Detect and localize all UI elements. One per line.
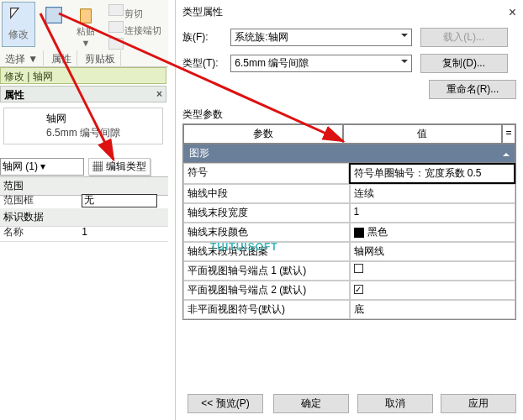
- close-icon[interactable]: ×: [156, 88, 162, 100]
- param-name: 平面视图轴号端点 2 (默认): [183, 281, 350, 300]
- copy-label: 连接端切: [124, 25, 161, 35]
- param-value[interactable]: 底: [350, 300, 516, 319]
- range-label: 范围框: [3, 193, 79, 207]
- param-name: 符号: [183, 163, 349, 184]
- type-value: 6.5mm 编号间隙: [235, 57, 309, 69]
- dialog-footer: << 预览(P) 确定 取消 应用: [182, 394, 516, 413]
- group-id-label: 标识数据: [3, 211, 44, 223]
- select-group[interactable]: 选择 ▼: [0, 50, 44, 68]
- param-name: 轴线末段宽度: [183, 203, 350, 223]
- match-icon[interactable]: [108, 38, 124, 50]
- param-value[interactable]: [350, 281, 516, 300]
- name-value: 1: [82, 226, 87, 238]
- modify-label: 修改: [8, 29, 29, 40]
- family-select[interactable]: 系统族:轴网: [230, 29, 412, 46]
- ribbon: 修改 粘贴 ▼ 剪切 连接端切 选择 ▼ 属性 剪贴板: [0, 0, 168, 67]
- table-row[interactable]: 轴线末段颜色黑色: [183, 223, 515, 242]
- param-name: 非平面视图符号(默认): [183, 300, 350, 319]
- cancel-button[interactable]: 取消: [357, 394, 433, 413]
- rename-row: 重命名(R)...: [176, 76, 523, 102]
- cut-label: 剪切: [124, 8, 143, 18]
- props-group: 属性: [46, 50, 77, 68]
- apply-button[interactable]: 应用: [441, 394, 516, 413]
- param-value[interactable]: 轴网线: [350, 242, 516, 261]
- group-range-label: 范围: [3, 180, 24, 192]
- param-value[interactable]: 黑色: [350, 223, 516, 242]
- paste-tool[interactable]: 粘贴 ▼: [69, 5, 103, 50]
- category-graphics[interactable]: 图形: [183, 144, 515, 163]
- type-row: 类型(T): 6.5mm 编号间隙 复制(D)...: [176, 50, 523, 76]
- ribbon-footer: 选择 ▼ 属性 剪贴板: [0, 50, 168, 68]
- type-label: 类型(T):: [182, 56, 228, 71]
- type-selector[interactable]: 轴网 6.5mm 编号间隙: [3, 108, 163, 144]
- range-input[interactable]: [82, 194, 157, 207]
- param-value[interactable]: 连续: [350, 184, 516, 203]
- dialog-close-icon[interactable]: ×: [509, 5, 516, 20]
- param-value[interactable]: 1: [350, 203, 516, 223]
- clip-group: 剪贴板: [80, 50, 121, 68]
- family-value: 系统族:轴网: [235, 31, 288, 43]
- type-properties-dialog: 类型属性 × 族(F): 系统族:轴网 载入(L)... 类型(T): 6.5m…: [175, 0, 523, 420]
- modify-context-bar: 修改 | 轴网: [0, 67, 166, 84]
- table-row[interactable]: 非平面视图符号(默认)底: [183, 300, 515, 319]
- name-label: 名称: [3, 225, 79, 239]
- paste-label: 粘贴 ▼: [72, 25, 99, 48]
- cut-icon[interactable]: [108, 4, 124, 16]
- table-row[interactable]: 轴线末段宽度1: [183, 203, 515, 223]
- range-row: 范围框: [0, 192, 168, 210]
- table-row[interactable]: 平面视图轴号端点 2 (默认): [183, 281, 515, 300]
- dialog-title: 类型属性: [176, 0, 523, 24]
- table-header: 参数 值 =: [183, 124, 515, 144]
- name-row: 名称 1: [0, 223, 168, 242]
- modify-context-label: 修改 | 轴网: [4, 71, 53, 82]
- rename-button[interactable]: 重命名(R)...: [429, 80, 516, 99]
- param-name: 轴线末段填充图案: [183, 242, 350, 261]
- col-eq: =: [502, 124, 515, 144]
- preview-button[interactable]: << 预览(P): [188, 394, 263, 413]
- instance-combo-label: 轴网 (1): [3, 160, 38, 172]
- family-row: 族(F): 系统族:轴网 载入(L)...: [176, 24, 523, 50]
- param-name: 平面视图轴号端点 1 (默认): [183, 261, 350, 281]
- col-value: 值: [343, 124, 503, 144]
- param-value[interactable]: 符号单圈轴号：宽度系数 0.5: [349, 163, 516, 184]
- duplicate-button[interactable]: 复制(D)...: [420, 54, 508, 73]
- param-name: 轴线末段颜色: [183, 223, 350, 242]
- instance-combo[interactable]: 轴网 (1) ▾: [0, 158, 84, 176]
- edit-type-button[interactable]: ▦ 编辑类型: [88, 158, 150, 176]
- svg-rect-1: [81, 9, 92, 24]
- svg-rect-0: [46, 8, 62, 24]
- props-tool[interactable]: [39, 2, 66, 29]
- family-label: 族(F):: [182, 30, 228, 45]
- table-row[interactable]: 轴线末段填充图案轴网线: [183, 242, 515, 261]
- type-sub: 6.5mm 编号间隙: [46, 126, 159, 140]
- clip-small-tools: 剪切 连接端切: [108, 3, 161, 53]
- instance-row: 轴网 (1) ▾ ▦ 编辑类型: [0, 158, 168, 176]
- properties-palette-title: 属性 ×: [0, 86, 166, 102]
- type-params-label: 类型参数: [176, 102, 523, 123]
- load-button: 载入(L)...: [420, 28, 508, 47]
- param-name: 轴线中段: [183, 184, 350, 203]
- type-name: 轴网: [46, 112, 159, 126]
- params-table: 参数 值 = 图形 符号符号单圈轴号：宽度系数 0.5轴线中段连续轴线末段宽度1…: [182, 123, 516, 320]
- copy-icon[interactable]: [108, 21, 124, 33]
- properties-title-label: 属性: [4, 89, 24, 101]
- table-row[interactable]: 符号符号单圈轴号：宽度系数 0.5: [183, 163, 515, 184]
- edit-type-label: 编辑类型: [106, 160, 146, 172]
- type-select[interactable]: 6.5mm 编号间隙: [230, 55, 412, 72]
- col-param: 参数: [183, 124, 343, 144]
- ok-button[interactable]: 确定: [273, 394, 349, 413]
- table-row[interactable]: 轴线中段连续: [183, 184, 515, 203]
- param-value[interactable]: [350, 261, 516, 281]
- modify-tool[interactable]: 修改: [2, 2, 35, 47]
- table-row[interactable]: 平面视图轴号端点 1 (默认): [183, 261, 515, 281]
